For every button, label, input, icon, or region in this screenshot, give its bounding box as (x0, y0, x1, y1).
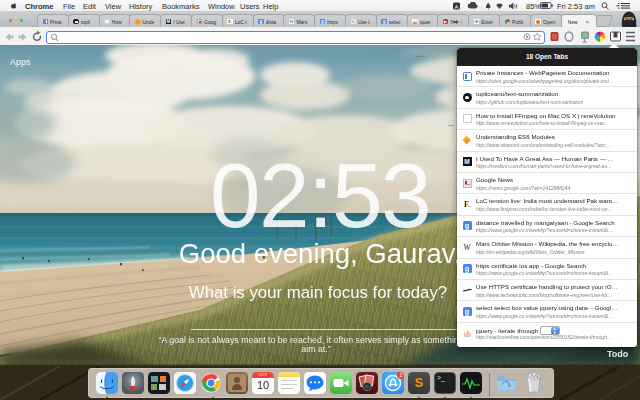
svg-text:A: A (454, 3, 458, 9)
